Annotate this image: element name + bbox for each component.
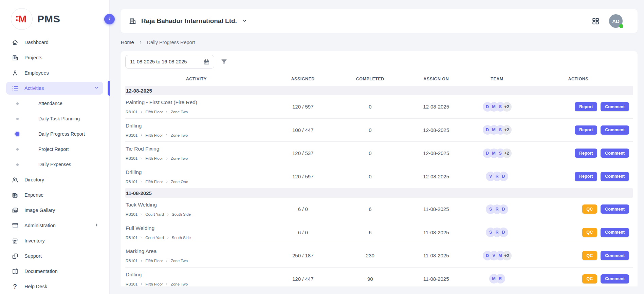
assign-on-cell: 11-08-2025 [402, 230, 471, 235]
sidebar-item-support[interactable]: Support [6, 250, 103, 262]
report-button[interactable]: Report [575, 172, 597, 181]
company-switcher[interactable]: Raja Bahadur International Ltd. [129, 17, 247, 25]
chevron-right-icon [166, 236, 169, 239]
comment-button[interactable]: Comment [601, 172, 629, 181]
sidebar-item-image-gallary[interactable]: Image Gallary [6, 204, 103, 217]
group-date: 12-08-2025 [126, 88, 152, 94]
online-status-dot [619, 24, 623, 28]
chevron-right-icon [140, 213, 143, 216]
chevron-right-icon [140, 259, 143, 262]
archive-icon [11, 221, 19, 230]
team-cell: DMS+2 [471, 149, 524, 158]
sidebar-item-label: Documentation [24, 269, 99, 274]
path-segment: Fifth Floor [145, 180, 163, 184]
comment-button[interactable]: Comment [601, 274, 629, 283]
sidebar-item-directory[interactable]: Directory [6, 173, 103, 186]
user-avatar[interactable]: AD [609, 14, 623, 28]
sidebar-subitem-daily-expenses[interactable]: Daily Expenses [6, 158, 103, 171]
qc-button[interactable]: QC [582, 228, 597, 237]
path-segment: RB101 [126, 133, 137, 137]
sidebar-item-employees[interactable]: Employees [6, 66, 103, 79]
report-button[interactable]: Report [575, 125, 597, 135]
breadcrumb-home-link[interactable]: Home [121, 40, 134, 45]
path-segment: RB101 [126, 212, 137, 216]
building-icon [11, 54, 19, 62]
chevron-down-icon [242, 18, 247, 25]
qc-button[interactable]: QC [582, 204, 597, 214]
chevron-right-icon [165, 282, 168, 286]
report-button[interactable]: Report [575, 102, 597, 111]
path-segment: Court Yard [145, 236, 164, 240]
sidebar-item-documentation[interactable]: Documentation [6, 265, 103, 278]
team-member-avatar[interactable]: R [496, 274, 505, 283]
path-segment: Zone Two [171, 133, 188, 137]
sidebar-subitem-daily-task-planning[interactable]: Daily Task Planning [6, 112, 103, 125]
sidebar-item-label: Administration [24, 223, 94, 228]
sidebar-subitem-attendance[interactable]: Attendance [6, 97, 103, 110]
sidebar-item-projects[interactable]: Projects [6, 51, 103, 64]
activity-location-path: RB101Fifth FloorZone One [126, 180, 268, 184]
activity-cell: Marking AreaRB101Fifth FloorZone Two [125, 248, 268, 263]
question-icon: ? [11, 282, 19, 291]
team-member-avatar[interactable]: D [499, 228, 508, 237]
report-card: ACTIVITYASSIGNEDCOMPLETEDASSIGN ONTEAMAC… [121, 51, 638, 287]
path-segment: Fifth Floor [145, 110, 163, 114]
team-more-badge[interactable]: +2 [502, 125, 512, 135]
team-cell: DVM+2 [471, 251, 524, 260]
comment-button[interactable]: Comment [601, 251, 629, 260]
path-segment: RB101 [126, 282, 137, 286]
team-member-avatar[interactable]: D [499, 204, 508, 214]
apps-grid-icon[interactable] [592, 17, 600, 25]
receipt-icon [11, 191, 19, 199]
sidebar-item-expense[interactable]: Expense [6, 189, 103, 201]
sidebar-item-dashboard[interactable]: Dashboard [6, 36, 103, 49]
sidebar-collapse-button[interactable] [104, 14, 115, 24]
qc-button[interactable]: QC [582, 274, 597, 283]
sidebar-item-administration[interactable]: Administration [6, 219, 103, 232]
column-header-actions: ACTIONS [524, 77, 633, 81]
sidebar-subitem-daily-progress-report[interactable]: Daily Progress Report [6, 128, 103, 140]
date-range-input[interactable] [130, 59, 200, 64]
chevron-right-icon [140, 157, 143, 160]
path-segment: Zone Two [171, 156, 188, 160]
sidebar-subitem-project-report[interactable]: Project Report [6, 143, 103, 156]
sidebar-item-help-desk[interactable]: ?Help Desk [6, 280, 103, 293]
activity-location-path: RB101Fifth FloorZone Two [126, 259, 268, 263]
comment-button[interactable]: Comment [601, 102, 629, 111]
sidebar-subitem-label: Attendance [38, 101, 62, 106]
filter-funnel-icon[interactable] [220, 58, 228, 65]
image-icon [11, 206, 19, 214]
team-member-avatar[interactable]: D [499, 172, 508, 181]
chevron-right-icon [165, 180, 168, 183]
team-more-badge[interactable]: +2 [502, 251, 512, 260]
team-more-badge[interactable]: +2 [502, 149, 512, 158]
table-row: DrillingRB101Fifth FloorZone One120 / 59… [125, 165, 633, 189]
path-segment: Court Yard [145, 212, 164, 216]
path-segment: RB101 [126, 236, 137, 240]
path-segment: Zone Two [171, 259, 188, 263]
date-range-picker[interactable] [125, 55, 214, 68]
report-button[interactable]: Report [575, 149, 597, 158]
comment-button[interactable]: Comment [601, 228, 629, 237]
sidebar-item-label: Expense [24, 192, 99, 198]
assigned-cell: 6 / 0 [268, 206, 338, 212]
team-cell: DMS+2 [471, 102, 524, 112]
chevron-right-icon [94, 222, 99, 229]
person-icon [11, 69, 19, 77]
activity-cell: Tack WeldingRB101Court YardSouth Side [125, 202, 268, 216]
sidebar-item-label: Inventory [24, 238, 99, 243]
app-root: M PMS DashboardProjectsEmployeesActiviti… [0, 0, 644, 294]
comment-button[interactable]: Comment [601, 125, 629, 135]
assigned-cell: 120 / 447 [268, 276, 338, 282]
sidebar-item-label: Directory [24, 177, 99, 182]
sidebar-item-inventory[interactable]: Inventory [6, 234, 103, 247]
sidebar-item-activities[interactable]: Activities [6, 82, 103, 95]
comment-button[interactable]: Comment [601, 204, 629, 214]
activity-location-path: RB101Fifth FloorZone Two [126, 133, 268, 137]
filter-bar [125, 55, 633, 68]
chevron-right-icon [140, 134, 143, 137]
team-more-badge[interactable]: +2 [502, 102, 512, 112]
comment-button[interactable]: Comment [601, 149, 629, 158]
qc-button[interactable]: QC [582, 251, 597, 260]
completed-cell: 6 [338, 206, 402, 212]
